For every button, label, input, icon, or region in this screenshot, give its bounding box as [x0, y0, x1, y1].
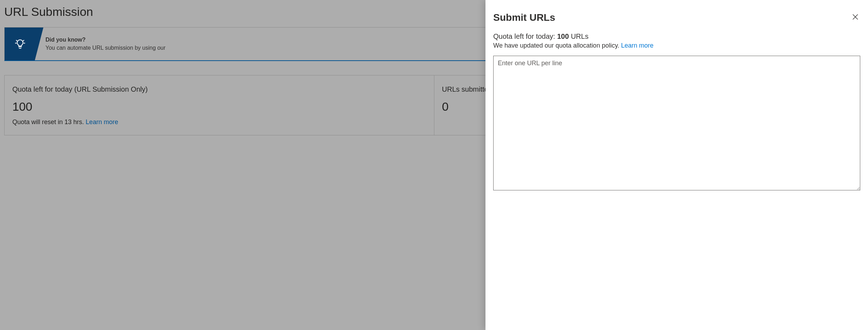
info-subtext: You can automate URL submission by using…: [45, 44, 165, 52]
panel-header: Submit URLs: [493, 12, 860, 23]
svg-line-3: [23, 40, 24, 41]
close-button[interactable]: [850, 12, 860, 23]
info-heading: Did you know?: [45, 36, 165, 44]
panel-policy-text: We have updated our quota allocation pol…: [493, 42, 621, 49]
panel-title: Submit URLs: [493, 12, 555, 23]
panel-quota-line: Quota left for today: 100 URLs: [493, 32, 860, 41]
url-input-textarea[interactable]: [493, 56, 860, 190]
panel-policy-line: We have updated our quota allocation pol…: [493, 42, 860, 49]
svg-line-2: [16, 40, 17, 41]
submit-urls-panel: Submit URLs Quota left for today: 100 UR…: [485, 0, 868, 330]
info-text: Did you know? You can automate URL submi…: [45, 36, 165, 52]
panel-quota-value: 100: [557, 32, 569, 40]
lightbulb-icon: [5, 38, 36, 50]
panel-learn-more-link[interactable]: Learn more: [621, 42, 654, 49]
panel-quota-prefix: Quota left for today:: [493, 32, 557, 40]
panel-quota-suffix: URLs: [569, 32, 589, 40]
close-icon: [852, 13, 859, 20]
